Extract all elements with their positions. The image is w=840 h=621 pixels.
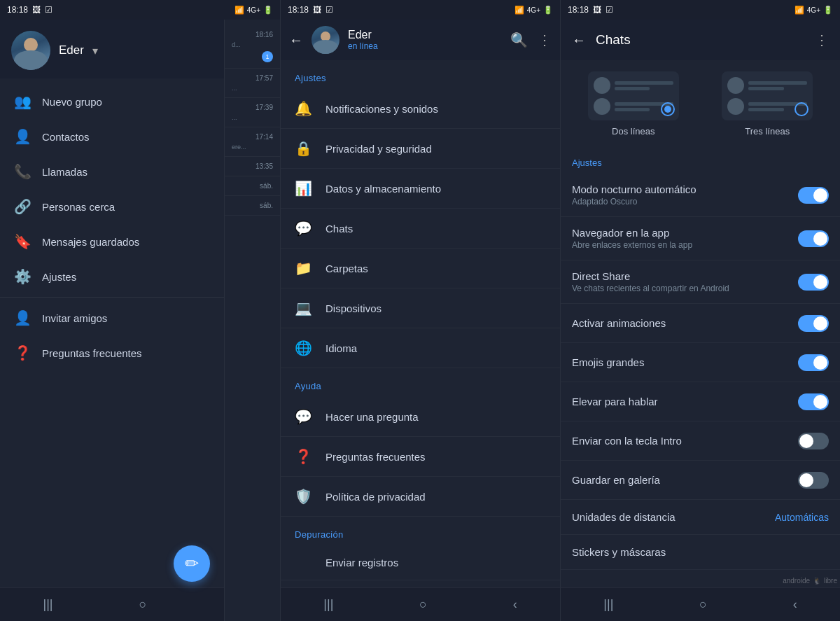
chat-list-item[interactable]: 13:35 <box>225 157 280 176</box>
toggle-switch[interactable] <box>798 187 829 204</box>
settings-devices[interactable]: 💻 Dispositivos <box>281 288 560 328</box>
nav-home-icon-3[interactable]: ○ <box>699 597 707 612</box>
toggle-save-gallery: Guardar en galería <box>561 461 840 500</box>
person-icon: 👤 <box>14 128 31 145</box>
shield-icon: 🛡️ <box>295 488 312 505</box>
toggle-send-enter: Enviar con la tecla Intro <box>561 421 840 461</box>
back-button-3[interactable]: ← <box>572 32 586 48</box>
question-icon: ❓ <box>14 344 31 361</box>
settings-data[interactable]: 📊 Datos y almacenamiento <box>281 169 560 209</box>
time-display-3: 18:18 <box>568 5 589 15</box>
device-icon: 💻 <box>295 300 312 316</box>
toggle-switch[interactable] <box>798 274 829 291</box>
user-avatar[interactable] <box>11 31 50 70</box>
time-display-1: 18:18 <box>7 5 28 15</box>
chat-list-item[interactable]: sáb. <box>225 196 280 216</box>
toggle-switch[interactable] <box>798 393 829 410</box>
panel2-toolbar: ← Eder en línea 🔍 ⋮ <box>281 20 560 60</box>
message-icon: 💬 <box>295 408 312 425</box>
toggle-title: Guardar en galería <box>572 474 798 486</box>
network-icon-3: 📶 <box>794 6 804 15</box>
drawer-panel: Eder 18:18 🖼 ☑ 📶 4G+ 🔋 Eder ▾ ☀ 🔍 👥 Nuev… <box>0 0 280 621</box>
toggle-raise-speak: Elevar para hablar <box>561 382 840 421</box>
settings-item-label: Preguntas frecuentes <box>326 451 426 463</box>
chat-list-item[interactable]: 17:39 ... <box>225 98 280 127</box>
toggle-switch[interactable] <box>798 472 829 489</box>
toggle-knob <box>799 434 813 448</box>
settings-item-label: Notificaciones y sonidos <box>326 103 438 115</box>
drawer-username: Eder <box>59 43 84 57</box>
toggle-switch[interactable] <box>798 230 829 247</box>
nav-menu-icon[interactable]: ||| <box>43 597 53 612</box>
nav-menu-icon-3[interactable]: ||| <box>603 597 613 612</box>
invite-icon: 👤 <box>14 309 31 326</box>
nav-home-icon-2[interactable]: ○ <box>419 597 427 612</box>
drawer-profile[interactable]: Eder ▾ <box>11 31 98 70</box>
settings-folders[interactable]: 📁 Carpetas <box>281 249 560 288</box>
toggle-knob <box>813 275 827 289</box>
chat-list-item[interactable]: 18:16 d... 1 <box>225 25 280 69</box>
sidebar-item-label: Mensajes guardados <box>42 236 139 248</box>
layout-three-lines[interactable]: Tres líneas <box>706 71 830 137</box>
layout-preview-three <box>722 71 813 120</box>
toggle-switch[interactable] <box>798 315 829 332</box>
status-bar-1: Eder 18:18 🖼 ☑ 📶 4G+ 🔋 <box>0 0 280 20</box>
nav-back-icon-3[interactable]: ‹ <box>793 597 797 612</box>
nav-back-icon-2[interactable]: ‹ <box>513 597 517 612</box>
preview-avatar <box>594 77 610 94</box>
status-bar-3: 18:18 🖼 ☑ 📶 4G+ 🔋 <box>561 0 840 20</box>
settings-faq[interactable]: ❓ Preguntas frecuentes <box>281 437 560 477</box>
stickers-masks-item[interactable]: Stickers y máscaras <box>561 535 840 570</box>
toggle-title: Direct Share <box>572 270 798 282</box>
layout-two-lines[interactable]: Dos líneas <box>572 71 695 137</box>
chat-list-item[interactable]: sáb. <box>225 176 280 196</box>
watermark-text2: libre <box>824 577 837 585</box>
watermark-text: androide <box>783 577 810 585</box>
settings-send-logs[interactable]: Enviar registros <box>281 545 560 580</box>
settings-ask[interactable]: 💬 Hacer una pregunta <box>281 397 560 437</box>
settings-privacy-policy[interactable]: 🛡️ Política de privacidad <box>281 477 560 517</box>
settings-item-label: Chats <box>326 223 353 235</box>
more-options-button-3[interactable]: ⋮ <box>815 32 829 48</box>
settings-privacy[interactable]: 🔒 Privacidad y seguridad <box>281 129 560 169</box>
signal-text-3: 4G+ <box>807 6 820 14</box>
chevron-down-icon[interactable]: ▾ <box>92 44 98 57</box>
sidebar-item-label: Nuevo grupo <box>42 96 102 108</box>
preview-avatar <box>727 98 744 115</box>
settings-list: Ajustes 🔔 Notificaciones y sonidos 🔒 Pri… <box>281 60 560 587</box>
settings-language[interactable]: 🌐 Idioma <box>281 328 560 368</box>
chats-settings-panel: 18:18 🖼 ☑ 📶 4G+ 🔋 ← Chats ⋮ <box>560 0 840 621</box>
chat-list-item[interactable]: 17:57 ... <box>225 69 280 98</box>
preview-avatar <box>727 77 744 94</box>
alert-icon-3: ☑ <box>606 5 613 15</box>
toggle-title: Enviar con la tecla Intro <box>572 435 798 447</box>
toggle-subtitle: Adaptado Oscuro <box>572 197 798 207</box>
settings-item-label: Política de privacidad <box>326 491 426 503</box>
more-options-button[interactable]: ⋮ <box>538 32 552 48</box>
toggle-knob <box>813 232 827 246</box>
alert-icon: ☑ <box>45 5 52 15</box>
nav-home-icon[interactable]: ○ <box>139 597 147 612</box>
nav-menu-icon-2[interactable]: ||| <box>323 597 333 612</box>
settings-notifications[interactable]: 🔔 Notificaciones y sonidos <box>281 89 560 129</box>
nav-bar-3: ||| ○ ‹ <box>561 587 840 621</box>
toggle-direct-share: Direct Share Ve chats recientes al compa… <box>561 260 840 304</box>
settings-chats[interactable]: 💬 Chats <box>281 209 560 249</box>
chat-list-item[interactable]: 17:14 ere... <box>225 127 280 157</box>
toggle-knob <box>813 395 827 409</box>
toggle-title: Elevar para hablar <box>572 396 798 407</box>
toggle-title: Emojis grandes <box>572 356 798 368</box>
signal-text-2: 4G+ <box>527 6 540 14</box>
layout-preview-two <box>588 71 679 120</box>
search-button[interactable]: 🔍 <box>510 32 528 48</box>
toggle-switch[interactable] <box>798 354 829 371</box>
compose-fab[interactable]: ✏ <box>174 545 210 582</box>
layout-label: Dos líneas <box>612 126 654 137</box>
section-depuracion: Depuración <box>281 517 560 545</box>
contact-avatar[interactable] <box>312 26 340 54</box>
simple-item-title: Stickers y máscaras <box>572 546 829 558</box>
back-button[interactable]: ← <box>289 32 303 48</box>
preview-line-short <box>748 108 783 111</box>
toggle-switch[interactable] <box>798 433 829 449</box>
distance-units-item[interactable]: Unidades de distancia Automáticas <box>561 500 840 535</box>
